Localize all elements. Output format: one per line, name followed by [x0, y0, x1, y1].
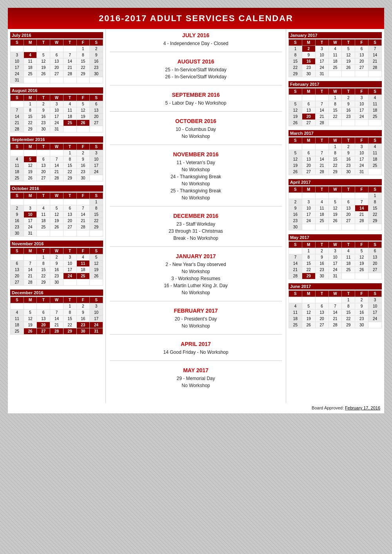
- calendar-cell: 16: [11, 218, 24, 224]
- calendar-cell: 13: [11, 267, 24, 273]
- calendar-cell: [368, 273, 382, 279]
- calendar-cell: [302, 193, 315, 199]
- calendar-cell: 9: [289, 205, 302, 212]
- calendar-cell: [63, 77, 76, 83]
- mini-cal-title: October 2016: [10, 185, 103, 192]
- calendar-cell: 25: [342, 267, 355, 273]
- calendar-cell: 23: [302, 65, 315, 71]
- calendar-cell: 6: [37, 310, 50, 316]
- calendar-cell: 2: [289, 199, 302, 205]
- calendar-cell: 1: [328, 95, 342, 101]
- calendar-cell: [328, 224, 342, 230]
- calendar-cell: [302, 297, 315, 303]
- event-details: 10 - Columbus DayNo Workshop: [110, 126, 282, 140]
- event-month: FEBRUARY 2017: [110, 308, 282, 314]
- calendar-cell: 11: [328, 52, 342, 58]
- calendar-cell: 15: [24, 114, 37, 120]
- calendar-cell: [368, 71, 382, 77]
- calendar-cell: [355, 193, 368, 199]
- calendar-cell: 27: [302, 169, 315, 175]
- event-block-nov2016-ev: NOVEMBER 201611 - Veteran's DayNo Worksh…: [110, 151, 282, 206]
- calendar-cell: 8: [24, 107, 37, 114]
- calendar-cell: 3: [315, 46, 328, 52]
- calendar-cell: 11: [11, 316, 24, 322]
- calendar-cell: [24, 150, 37, 156]
- event-block-may2017-ev: MAY 201729 - Memorial DayNo Workshop: [110, 367, 282, 394]
- event-month: AUGUST 2016: [110, 58, 282, 65]
- calendar-cell: 30: [302, 71, 315, 77]
- calendar-cell: 5: [90, 254, 103, 261]
- calendar-cell: 28: [50, 175, 64, 181]
- calendar-cell: [37, 199, 50, 205]
- calendar-cell: 11: [315, 205, 328, 212]
- left-column: July 2016SMTWTFS123456789101112131415161…: [8, 29, 106, 403]
- calendar-cell: [289, 248, 302, 254]
- calendar-cell: 28: [355, 218, 368, 224]
- calendar-cell: [37, 150, 50, 156]
- calendar-cell: 27: [50, 71, 64, 77]
- calendar-cell: 1: [76, 46, 90, 52]
- calendar-cell: [315, 224, 328, 230]
- calendar-cell: 12: [355, 254, 368, 261]
- calendar-cell: 20: [37, 322, 50, 328]
- calendar-cell: 23: [315, 267, 328, 273]
- event-details: 14 Good Friday - No Workshop: [110, 349, 282, 356]
- event-month: NOVEMBER 2016: [110, 151, 282, 158]
- calendar-cell: 19: [289, 114, 302, 120]
- calendar-cell: 19: [355, 261, 368, 267]
- calendar-cell: 5: [342, 46, 355, 52]
- calendar-cell: [11, 150, 24, 156]
- calendar-cell: 19: [76, 114, 90, 120]
- calendar-cell: 3: [90, 150, 103, 156]
- calendar-cell: [63, 126, 76, 132]
- calendar-cell: 22: [289, 65, 302, 71]
- calendar-cell: 12: [289, 107, 302, 114]
- calendar-cell: 19: [24, 169, 37, 175]
- calendar-cell: 12: [50, 212, 64, 218]
- calendar-cell: 30: [76, 328, 90, 335]
- event-month: OCTOBER 2016: [110, 118, 282, 124]
- calendar-cell: 20: [368, 261, 382, 267]
- calendar-cell: 30: [289, 224, 302, 230]
- calendar-cell: 23: [342, 114, 355, 120]
- calendar-cell: 31: [50, 126, 64, 132]
- calendar-cell: 21: [50, 322, 64, 328]
- calendar-cell: 10: [24, 212, 37, 218]
- calendar-cell: 17: [11, 65, 24, 71]
- calendar-cell: 27: [11, 279, 24, 286]
- calendar-cell: 2: [342, 144, 355, 150]
- calendar-cell: 5: [24, 310, 37, 316]
- calendar-cell: 16: [355, 310, 368, 316]
- calendar-cell: [50, 230, 64, 237]
- calendar-cell: [63, 230, 76, 237]
- calendar-cell: 19: [50, 218, 64, 224]
- calendar-cell: 11: [63, 107, 76, 114]
- calendar-cell: [50, 77, 64, 83]
- calendar-cell: 31: [315, 71, 328, 77]
- calendar-cell: 4: [11, 310, 24, 316]
- calendar-cell: 29: [63, 175, 76, 181]
- calendar-cell: [368, 322, 382, 328]
- calendar-cell: 11: [289, 310, 302, 316]
- calendar-cell: 2: [11, 205, 24, 212]
- calendar-cell: 28: [63, 71, 76, 77]
- calendar-cell: [315, 144, 328, 150]
- calendar-cell: 6: [63, 205, 76, 212]
- calendar-cell: 18: [368, 107, 382, 114]
- calendar-cell: 22: [368, 212, 382, 218]
- calendar-cell: 25: [289, 322, 302, 328]
- calendar-cell: 14: [328, 310, 342, 316]
- calendar-cell: 27: [37, 328, 50, 335]
- calendar-cell: [289, 144, 302, 150]
- calendar-cell: [37, 77, 50, 83]
- calendar-cell: 19: [37, 65, 50, 71]
- calendar-cell: 25: [24, 71, 37, 77]
- calendar-cell: 3: [355, 95, 368, 101]
- calendar-cell: 7: [289, 254, 302, 261]
- calendar-cell: 22: [24, 120, 37, 126]
- calendar-cell: 18: [63, 114, 76, 120]
- calendar-cell: 21: [328, 316, 342, 322]
- calendar-cell: [63, 46, 76, 52]
- calendar-cell: 20: [302, 114, 315, 120]
- calendar-cell: 28: [50, 328, 64, 335]
